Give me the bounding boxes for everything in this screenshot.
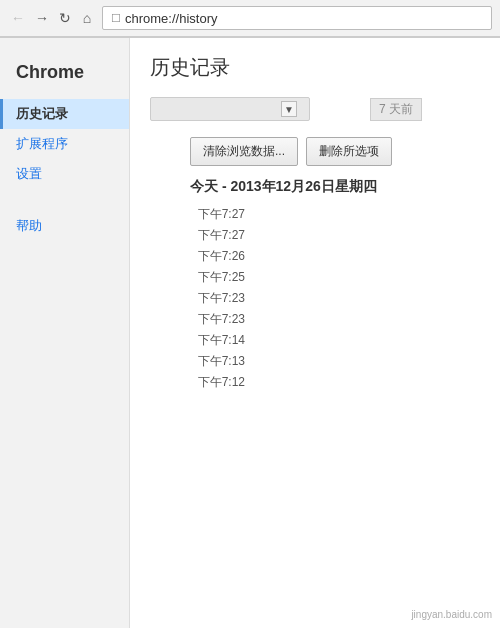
entry-time: 下午7:14 (190, 332, 245, 349)
watermark: jingyan.baidu.com (411, 609, 492, 620)
history-date-header: 今天 - 2013年12月26日星期四 (190, 178, 480, 196)
list-item: 下午7:27 (150, 225, 480, 246)
entry-time: 下午7:27 (190, 206, 245, 223)
entry-time: 下午7:27 (190, 227, 245, 244)
list-item: 下午7:12 (150, 372, 480, 393)
list-item: 下午7:26 (150, 246, 480, 267)
list-item: 下午7:27 (150, 204, 480, 225)
sidebar-item-settings[interactable]: 设置 (0, 159, 129, 189)
browser-chrome: ← → ↻ ⌂ ☐ (0, 0, 500, 38)
sidebar-item-history[interactable]: 历史记录 (0, 99, 129, 129)
entry-time: 下午7:13 (190, 353, 245, 370)
history-entries: 下午7:27 下午7:27 下午7:26 下午7:25 下午7:23 下午7:2… (150, 204, 480, 393)
address-bar[interactable]: ☐ (102, 6, 492, 30)
entry-time: 下午7:12 (190, 374, 245, 391)
list-item: 下午7:14 (150, 330, 480, 351)
forward-button[interactable]: → (32, 8, 52, 28)
sidebar-nav: 历史记录 扩展程序 设置 (0, 99, 129, 189)
filter-7days-label: 7 天前 (370, 98, 422, 121)
browser-toolbar: ← → ↻ ⌂ ☐ (0, 0, 500, 37)
home-button[interactable]: ⌂ (78, 9, 96, 27)
sidebar: Chrome 历史记录 扩展程序 设置 帮助 (0, 38, 130, 628)
list-item: 下午7:13 (150, 351, 480, 372)
search-input-wrapper[interactable]: ▼ (150, 97, 310, 121)
refresh-button[interactable]: ↻ (56, 9, 74, 27)
address-input[interactable] (125, 11, 483, 26)
remove-selected-button[interactable]: 删除所选项 (306, 137, 392, 166)
page-icon: ☐ (111, 12, 121, 25)
action-buttons: 清除浏览数据... 删除所选项 (190, 137, 480, 166)
entry-time: 下午7:23 (190, 311, 245, 328)
entry-time: 下午7:23 (190, 290, 245, 307)
main-content: 历史记录 ▼ 7 天前 清除浏览数据... 删除所选项 今天 - 2013年12… (130, 38, 500, 628)
entry-time: 下午7:25 (190, 269, 245, 286)
clear-data-button[interactable]: 清除浏览数据... (190, 137, 298, 166)
page-title: 历史记录 (150, 54, 480, 81)
list-item: 下午7:25 (150, 267, 480, 288)
page-container: Chrome 历史记录 扩展程序 设置 帮助 历史记录 ▼ 7 天前 清除浏览数… (0, 38, 500, 628)
list-item: 下午7:23 (150, 288, 480, 309)
entry-time: 下午7:26 (190, 248, 245, 265)
sidebar-brand: Chrome (0, 54, 129, 99)
search-input[interactable] (157, 102, 277, 116)
search-bar: ▼ 7 天前 (150, 97, 480, 121)
list-item: 下午7:23 (150, 309, 480, 330)
sidebar-help[interactable]: 帮助 (0, 201, 129, 251)
search-dropdown-button[interactable]: ▼ (281, 101, 297, 117)
sidebar-item-extensions[interactable]: 扩展程序 (0, 129, 129, 159)
back-button[interactable]: ← (8, 8, 28, 28)
nav-buttons: ← → ↻ ⌂ (8, 8, 96, 28)
